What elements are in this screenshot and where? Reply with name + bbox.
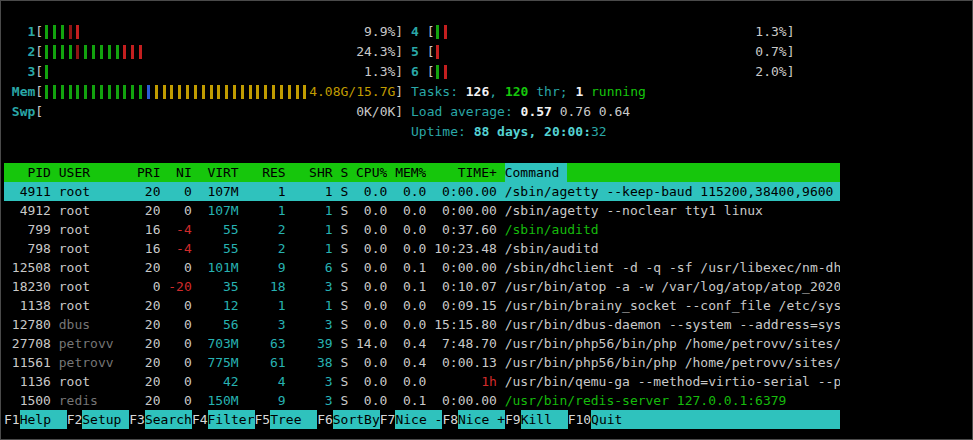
fn-sortby[interactable]: F6SortBy bbox=[317, 410, 380, 429]
column-header-time[interactable]: TIME+ bbox=[434, 163, 497, 182]
column-header-s[interactable]: S bbox=[340, 163, 348, 182]
fn-action-label[interactable]: SortBy bbox=[333, 410, 380, 429]
fn-action-label[interactable]: Nice + bbox=[458, 410, 505, 429]
pri-cell: 20 bbox=[137, 353, 160, 372]
fn-help[interactable]: F1Help bbox=[4, 410, 67, 429]
state-cell: S bbox=[340, 277, 348, 296]
cpu6-usage-bars bbox=[436, 65, 452, 79]
column-header-user[interactable]: USER bbox=[59, 163, 129, 182]
shr-cell: 1700 bbox=[293, 296, 332, 315]
fn-nice-minus[interactable]: F7Nice - bbox=[380, 410, 443, 429]
column-header-shr[interactable]: SHR bbox=[293, 163, 332, 182]
mem-percent-cell: 0.4 bbox=[395, 353, 426, 372]
process-row-799[interactable]: 799root16-45554022081776S0.00.00:37.60/s… bbox=[4, 220, 840, 239]
cpu3-meter: 3[1.3%] bbox=[4, 62, 403, 82]
fn-key-label: F3 bbox=[129, 410, 145, 429]
fn-action-label[interactable]: Quit bbox=[591, 410, 840, 429]
res-cell: 1880 bbox=[247, 296, 286, 315]
res-cell: 1676 bbox=[247, 182, 286, 201]
mem-percent-cell: 0.0 bbox=[395, 315, 426, 334]
column-header-mem[interactable]: MEM% bbox=[395, 163, 426, 182]
pid-cell: 18230 bbox=[4, 277, 51, 296]
column-header-ni[interactable]: NI bbox=[168, 163, 191, 182]
user-cell: root bbox=[59, 239, 129, 258]
cpu-percent-cell: 0.0 bbox=[356, 220, 387, 239]
cpu1-label: 1 bbox=[4, 22, 35, 42]
res-cell: 2208 bbox=[247, 239, 286, 258]
fn-key-label: F8 bbox=[442, 410, 458, 429]
fn-action-label[interactable]: Nice - bbox=[395, 410, 442, 429]
time-cell: 0:00.00 bbox=[434, 182, 497, 201]
user-cell: petrovv bbox=[59, 353, 129, 372]
column-header-pid[interactable]: PID bbox=[4, 163, 51, 182]
cpu4-label: 4 bbox=[411, 22, 427, 42]
cpu-percent-cell: 0.0 bbox=[356, 353, 387, 372]
process-row-4911[interactable]: 4911root200107M16761548S0.00.00:00.00/sb… bbox=[4, 182, 840, 201]
sort-column-highlight[interactable]: Command bbox=[505, 163, 568, 182]
meter-open-bracket: [ bbox=[35, 42, 43, 62]
column-header-pri[interactable]: PRI bbox=[137, 163, 160, 182]
fn-key-label: F7 bbox=[380, 410, 396, 429]
fn-quit[interactable]: F10Quit bbox=[568, 410, 840, 429]
state-cell: S bbox=[340, 334, 348, 353]
user-cell: redis bbox=[59, 391, 129, 410]
process-row-1138[interactable]: 1138root2001269218801700S0.00.00:09.15/u… bbox=[4, 296, 840, 315]
fn-action-label[interactable]: Setup bbox=[82, 410, 129, 429]
fn-action-label[interactable]: Tree bbox=[270, 410, 317, 429]
column-header-cpu[interactable]: CPU% bbox=[356, 163, 387, 182]
process-row-1136[interactable]: 1136root2004211242563848S0.00.01h14:45/u… bbox=[4, 372, 840, 391]
meter-open-bracket: [ bbox=[35, 62, 43, 82]
command-cell: /usr/bin/dbus-daemon --system --address=… bbox=[505, 315, 840, 334]
process-row-1500[interactable]: 1500redis200150M96763144S0.00.10:00.00/u… bbox=[4, 391, 840, 410]
cpu-percent-cell: 0.0 bbox=[356, 315, 387, 334]
command-cell: /usr/bin/php56/bin/php /home/petrovv/sit… bbox=[505, 334, 840, 353]
swp-label: Swp bbox=[4, 102, 35, 122]
shr-cell: 3848 bbox=[293, 372, 332, 391]
state-cell: S bbox=[340, 296, 348, 315]
column-header-res[interactable]: RES bbox=[247, 163, 286, 182]
state-cell: S bbox=[340, 201, 348, 220]
fn-action-label[interactable]: Filter bbox=[208, 410, 255, 429]
virt-cell: 35552 bbox=[200, 277, 239, 296]
fn-search[interactable]: F3Search bbox=[129, 410, 192, 429]
virt-cell: 150M bbox=[200, 391, 239, 410]
fn-kill[interactable]: F9Kill bbox=[505, 410, 568, 429]
process-row-4912[interactable]: 4912root200107M16161484S0.00.00:00.00/sb… bbox=[4, 201, 840, 220]
nice-cell: 0 bbox=[168, 391, 191, 410]
cpu5-usage-bars bbox=[436, 45, 444, 59]
state-cell: S bbox=[340, 182, 348, 201]
process-row-11561[interactable]: 11561petrovv200775M6195638596S0.00.40:00… bbox=[4, 353, 840, 372]
function-key-bar: F1Help F2Setup F3SearchF4FilterF5Tree F6… bbox=[4, 410, 840, 429]
fn-action-label[interactable]: Search bbox=[145, 410, 192, 429]
fn-setup[interactable]: F2Setup bbox=[67, 410, 130, 429]
mem-percent-cell: 0.1 bbox=[395, 258, 426, 277]
res-cell: 9040 bbox=[247, 258, 286, 277]
command-cell: /usr/bin/brainy_socket --conf_file /etc/… bbox=[505, 296, 840, 315]
process-row-18230[interactable]: 18230root0-2035552185403684S0.00.10:10.0… bbox=[4, 277, 840, 296]
meter-close-bracket: ] bbox=[787, 62, 795, 82]
column-header-command[interactable]: Command bbox=[505, 163, 840, 182]
column-header-virt[interactable]: VIRT bbox=[200, 163, 239, 182]
pri-cell: 16 bbox=[137, 220, 160, 239]
fn-filter[interactable]: F4Filter bbox=[192, 410, 255, 429]
process-row-12780[interactable]: 12780dbus2005635239203088S0.00.015:15.80… bbox=[4, 315, 840, 334]
command-cell: /usr/bin/redis-server 127.0.0.1:6379 bbox=[505, 391, 840, 410]
mem-percent-cell: 0.4 bbox=[395, 334, 426, 353]
res-cell: 9676 bbox=[247, 391, 286, 410]
pri-cell: 20 bbox=[137, 391, 160, 410]
fn-action-label[interactable]: Help bbox=[20, 410, 67, 429]
shr-cell: 3144 bbox=[293, 391, 332, 410]
cpu2-usage-bars bbox=[45, 45, 147, 59]
fn-action-label[interactable]: Kill bbox=[521, 410, 568, 429]
process-row-12508[interactable]: 12508root200101M90406928S0.00.10:00.00/s… bbox=[4, 258, 840, 277]
cpu6-label: 6 bbox=[411, 62, 427, 82]
res-cell: 2208 bbox=[247, 220, 286, 239]
fn-tree[interactable]: F5Tree bbox=[255, 410, 318, 429]
fn-key-label: F10 bbox=[568, 410, 591, 429]
shr-cell: 39520 bbox=[293, 334, 332, 353]
process-row-27708[interactable]: 27708petrovv200703M6352439520S14.00.47:4… bbox=[4, 334, 840, 353]
pri-cell: 20 bbox=[137, 182, 160, 201]
meter-open-bracket: [ bbox=[427, 22, 435, 42]
process-row-798[interactable]: 798root16-45554022081776S0.00.010:23.48/… bbox=[4, 239, 840, 258]
fn-nice-plus[interactable]: F8Nice + bbox=[442, 410, 505, 429]
